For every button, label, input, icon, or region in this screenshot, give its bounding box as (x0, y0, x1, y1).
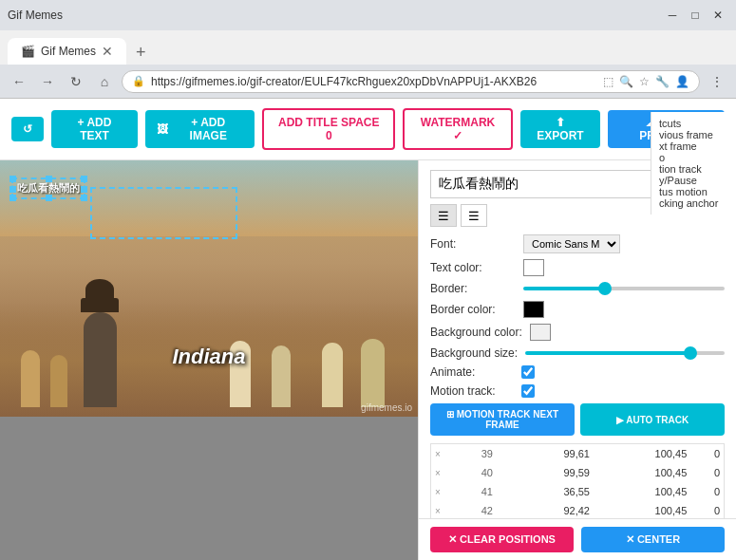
row-y: 100,45 (594, 501, 690, 518)
delete-row-button[interactable]: × (431, 482, 463, 501)
forward-button[interactable]: → (36, 70, 59, 93)
toolbar: ↺ + ADD TEXT 🖼 + ADD IMAGE ADD TITLE SPA… (0, 99, 736, 160)
tab-close-button[interactable]: ✕ (102, 45, 113, 58)
tab-bar: 🎬 Gif Memes ✕ + (0, 30, 736, 65)
font-label: Font: (430, 237, 516, 251)
handle-top-right[interactable] (81, 176, 87, 182)
motion-track-next-frame-label: MOTION TRACK NEXT FRAME (457, 409, 558, 430)
border-slider[interactable] (523, 287, 725, 290)
handle-bottom-right[interactable] (81, 195, 87, 201)
figure2 (50, 355, 67, 407)
row-number: 42 (463, 501, 511, 518)
shortcut-item-8: cking anchor (659, 197, 728, 209)
extension-icon: 🔧 (655, 75, 670, 88)
close-button[interactable]: ✕ (708, 5, 728, 26)
auto-track-icon: ▶ (616, 415, 624, 425)
watermark-button[interactable]: WATERMARK ✓ (403, 108, 513, 150)
maximize-button[interactable]: □ (685, 5, 706, 26)
text-color-label: Text color: (430, 261, 516, 274)
animate-checkbox[interactable] (521, 365, 535, 379)
handle-top-middle[interactable] (46, 176, 52, 182)
background-color-swatch[interactable] (530, 324, 551, 341)
handle-middle-right[interactable] (81, 186, 87, 193)
home-button[interactable]: ⌂ (93, 70, 116, 93)
history-button[interactable]: ↺ (11, 117, 44, 141)
text-element-selected[interactable]: 吃瓜看熱鬧的 (11, 177, 85, 199)
new-tab-button[interactable]: + (130, 41, 152, 65)
font-row: Font: Comic Sans M Arial Impact (430, 234, 725, 253)
gif-title: Indiana (172, 345, 245, 369)
address-bar: ← → ↻ ⌂ 🔒 https://gifmemes.io/gif-creato… (0, 65, 736, 99)
row-y: 100,45 (594, 482, 690, 501)
track-table-wrapper: × 39 99,61 100,45 0 × 40 99,59 100,45 0 … (430, 443, 725, 518)
url-icons: ⬚ 🔍 ☆ 🔧 👤 (603, 75, 689, 88)
motion-track-row: Motion track: (430, 384, 725, 398)
figure-body (84, 312, 117, 407)
background-color-label: Background color: (430, 326, 522, 339)
right-panel: tcuts vious frame xt frame o tion track … (418, 160, 736, 560)
background-color-row: Background color: (430, 324, 725, 341)
delete-row-button[interactable]: × (431, 444, 463, 463)
center-label: ✕ CENTER (626, 533, 680, 545)
screenshot-icon: ⬚ (603, 75, 613, 88)
background-size-slider[interactable] (525, 351, 725, 355)
row-x: 99,59 (511, 463, 594, 482)
delete-row-button[interactable]: × (431, 463, 463, 482)
add-image-label: + ADD IMAGE (173, 116, 244, 142)
align-right-button[interactable]: ☰ (461, 204, 487, 227)
bg-slider-container (525, 351, 725, 355)
lock-icon: 🔒 (132, 75, 145, 87)
back-button[interactable]: ← (8, 70, 30, 93)
gif-preview: 吃瓜看熱鬧的 Indiana gifmemes.io (0, 160, 418, 417)
delete-row-button[interactable]: × (431, 501, 463, 518)
browser-title: Gif Memes (8, 9, 63, 22)
app-content: ↺ + ADD TEXT 🖼 + ADD IMAGE ADD TITLE SPA… (0, 99, 736, 560)
title-bar-left: Gif Memes (8, 9, 63, 22)
align-left-button[interactable]: ☰ (430, 204, 457, 227)
table-row: × 42 92,42 100,45 0 (431, 501, 724, 518)
auto-track-button[interactable]: ▶ AUTO TRACK (580, 403, 725, 436)
text-color-row: Text color: (430, 259, 725, 276)
text-color-swatch[interactable] (523, 259, 544, 276)
border-slider-container (523, 287, 725, 290)
add-image-button[interactable]: 🖼 + ADD IMAGE (145, 110, 255, 148)
handle-top-left[interactable] (9, 176, 16, 182)
export-button[interactable]: ⬆ EXPORT (520, 110, 600, 148)
clear-positions-button[interactable]: ✕ CLEAR POSITIONS (430, 527, 574, 552)
border-row: Border: (430, 282, 725, 295)
table-row: × 39 99,61 100,45 0 (431, 444, 724, 463)
next-frame-icon: ⊞ (446, 409, 454, 420)
table-row: × 40 99,59 100,45 0 (431, 463, 724, 482)
active-tab[interactable]: 🎬 Gif Memes ✕ (8, 38, 126, 65)
clear-positions-label: ✕ CLEAR POSITIONS (448, 533, 556, 545)
shortcut-item-7: tus motion (659, 186, 728, 197)
handle-bottom-left[interactable] (9, 195, 16, 201)
figure1 (21, 350, 40, 407)
motion-track-next-frame-button[interactable]: ⊞ MOTION TRACK NEXT FRAME (430, 403, 575, 436)
handle-bottom-middle[interactable] (46, 195, 52, 201)
track-table: × 39 99,61 100,45 0 × 40 99,59 100,45 0 … (431, 444, 724, 518)
figure5 (361, 339, 385, 407)
bookmark-icon: ☆ (639, 75, 650, 88)
animate-label: Animate: (430, 365, 516, 379)
indiana-figure (84, 312, 117, 407)
add-text-button[interactable]: + ADD TEXT (51, 110, 138, 148)
url-bar[interactable]: 🔒 https://gifmemes.io/gif-creator/EULF47… (122, 70, 700, 93)
motion-track-checkbox[interactable] (521, 384, 535, 398)
handle-middle-left[interactable] (9, 186, 16, 193)
row-x: 92,42 (511, 501, 594, 518)
border-color-row: Border color: (430, 301, 725, 318)
canvas-area: 吃瓜看熱鬧的 Indiana gifmemes.io (0, 160, 418, 560)
refresh-button[interactable]: ↻ (65, 70, 87, 93)
watermark-text: gifmemes.io (361, 402, 412, 413)
center-button[interactable]: ✕ CENTER (581, 527, 725, 552)
minimize-button[interactable]: ─ (662, 5, 683, 26)
font-select[interactable]: Comic Sans M Arial Impact (523, 234, 620, 253)
url-text: https://gifmemes.io/gif-creator/EULF47kc… (151, 75, 537, 88)
row-x: 36,55 (511, 482, 594, 501)
figure-hat (81, 298, 119, 312)
row-s: 0 (690, 463, 724, 482)
add-title-space-button[interactable]: ADD TITLE SPACE 0 (262, 108, 395, 150)
menu-button[interactable]: ⋮ (706, 70, 728, 93)
border-color-swatch[interactable] (523, 301, 544, 318)
